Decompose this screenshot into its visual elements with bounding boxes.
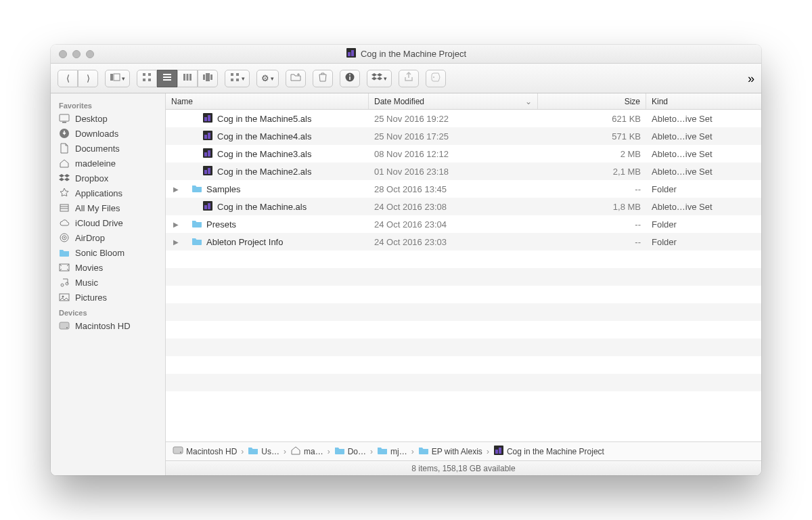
file-name: Cog in the Machine3.als: [217, 149, 311, 159]
file-row[interactable]: Cog in the Machine4.als25 Nov 2016 17:25…: [166, 127, 761, 145]
sidebar-item-label: Music: [75, 278, 98, 288]
sidebar-item-documents[interactable]: Documents: [51, 141, 165, 156]
path-segment[interactable]: mj…: [377, 445, 407, 458]
sidebar-item-dropbox[interactable]: Dropbox: [51, 171, 165, 186]
close-window-button[interactable]: [59, 50, 67, 58]
sidebar-item-label: madeleine: [75, 158, 116, 169]
tags-button[interactable]: [426, 70, 446, 87]
grid-icon: [141, 72, 152, 85]
svg-rect-41: [204, 117, 207, 121]
disclosure-triangle-icon[interactable]: ▶: [171, 221, 181, 228]
sidebar-item-airdrop[interactable]: AirDrop: [51, 230, 165, 245]
ableton-file-icon: [202, 148, 213, 160]
file-row[interactable]: Cog in the Machine2.als01 Nov 2016 23:18…: [166, 162, 761, 180]
path-segment[interactable]: ma…: [290, 445, 323, 458]
zoom-window-button[interactable]: [86, 50, 94, 58]
view-icons-button[interactable]: [137, 70, 157, 87]
window-title-text: Cog in the Machine Project: [361, 49, 466, 59]
back-button[interactable]: ⟨: [58, 70, 78, 87]
window-title: Cog in the Machine Project: [51, 47, 761, 60]
new-folder-button[interactable]: [286, 70, 306, 87]
svg-rect-16: [206, 73, 210, 81]
path-segment[interactable]: EP with Alexis: [418, 445, 482, 458]
columns-icon: [182, 72, 193, 85]
sidebar-item-pictures[interactable]: Pictures: [51, 290, 165, 305]
applications-icon: [59, 188, 70, 198]
file-pane: Name Date Modified⌄ Size Kind Cog in the…: [166, 93, 761, 475]
trash-icon: [317, 72, 328, 85]
sidebar-item-label: AirDrop: [75, 233, 105, 243]
documents-icon: [59, 143, 70, 154]
sidebar-item-movies[interactable]: Movies: [51, 260, 165, 275]
view-columns-button[interactable]: [177, 70, 198, 87]
window-controls: [59, 50, 94, 58]
path-segment[interactable]: Macintosh HD: [173, 445, 237, 458]
column-date-modified[interactable]: Date Modified⌄: [369, 93, 538, 109]
chevron-down-icon: ▾: [271, 75, 274, 82]
file-row[interactable]: ▶Presets24 Oct 2016 23:04--Folder: [166, 215, 761, 233]
file-kind: Ableto…ive Set: [646, 167, 761, 177]
file-kind: Ableto…ive Set: [646, 149, 761, 159]
get-info-button[interactable]: [340, 70, 360, 87]
file-row[interactable]: ▶Ableton Project Info24 Oct 2016 23:03--…: [166, 233, 761, 251]
airdrop-icon: [59, 232, 70, 243]
delete-button[interactable]: [313, 70, 333, 87]
arrange-button[interactable]: ▾: [225, 70, 250, 87]
music-icon: [59, 277, 70, 288]
file-kind: Ableto…ive Set: [646, 202, 761, 212]
empty-row: [166, 286, 761, 303]
sidebar-item-all-my-files[interactable]: All My Files: [51, 200, 165, 215]
svg-rect-48: [208, 150, 210, 156]
sidebar-toggle-button[interactable]: ▾: [105, 70, 130, 87]
column-kind[interactable]: Kind: [646, 93, 761, 109]
sidebar-item-label: Dropbox: [75, 173, 108, 183]
sidebar-item-label: iCloud Drive: [75, 218, 123, 228]
disclosure-triangle-icon[interactable]: ▶: [171, 186, 181, 193]
sidebar-item-icloud-drive[interactable]: iCloud Drive: [51, 215, 165, 230]
file-name: Cog in the Machine5.als: [217, 114, 311, 124]
sidebar-item-macintosh-hd[interactable]: Macintosh HD: [51, 318, 165, 333]
sidebar-item-music[interactable]: Music: [51, 275, 165, 290]
file-list[interactable]: Cog in the Machine5.als25 Nov 2016 19:22…: [166, 110, 761, 441]
file-row[interactable]: Cog in the Machine.als24 Oct 2016 23:081…: [166, 198, 761, 215]
file-name: Cog in the Machine.als: [217, 202, 307, 212]
svg-rect-11: [163, 79, 171, 81]
path-segment[interactable]: Us…: [248, 445, 279, 458]
svg-rect-54: [208, 203, 210, 209]
file-name: Ableton Project Info: [206, 237, 283, 247]
column-name[interactable]: Name: [166, 93, 369, 109]
sidebar: Favorites DesktopDownloadsDocumentsmadel…: [51, 93, 166, 475]
path-segment[interactable]: Cog in the Machine Project: [493, 445, 604, 458]
chevron-down-icon: ▾: [242, 75, 245, 82]
coverflow-icon: [202, 72, 213, 85]
svg-rect-19: [236, 73, 239, 76]
sidebar-item-madeleine[interactable]: madeleine: [51, 156, 165, 171]
forward-button[interactable]: ⟩: [78, 70, 98, 87]
file-row[interactable]: Cog in the Machine3.als08 Nov 2016 12:12…: [166, 145, 761, 162]
file-size: 621 KB: [538, 114, 646, 124]
column-size[interactable]: Size: [538, 93, 646, 109]
svg-rect-59: [499, 448, 501, 454]
disclosure-triangle-icon[interactable]: ▶: [171, 238, 181, 246]
status-bar: 8 items, 158,18 GB available: [166, 460, 761, 475]
view-coverflow-button[interactable]: [198, 70, 218, 87]
titlebar: Cog in the Machine Project: [51, 45, 761, 64]
file-size: 571 KB: [538, 131, 646, 142]
action-button[interactable]: ⚙︎▾: [256, 70, 279, 87]
sidebar-item-sonic-bloom[interactable]: Sonic Bloom: [51, 245, 165, 260]
sidebar-item-desktop[interactable]: Desktop: [51, 111, 165, 126]
share-button[interactable]: [399, 70, 419, 87]
sidebar-item-downloads[interactable]: Downloads: [51, 126, 165, 141]
view-list-button[interactable]: [157, 70, 177, 87]
dropbox-button[interactable]: ▾: [367, 70, 392, 87]
minimize-window-button[interactable]: [72, 50, 81, 58]
svg-rect-18: [231, 73, 233, 76]
movies-icon: [59, 262, 70, 273]
path-segment[interactable]: Do…: [334, 445, 366, 458]
sidebar-item-applications[interactable]: Applications: [51, 186, 165, 200]
folder-icon: [191, 218, 202, 231]
file-row[interactable]: ▶Samples28 Oct 2016 13:45--Folder: [166, 180, 761, 198]
path-separator-icon: ›: [284, 447, 286, 456]
file-row[interactable]: Cog in the Machine5.als25 Nov 2016 19:22…: [166, 110, 761, 127]
toolbar-overflow-button[interactable]: »: [748, 72, 754, 85]
